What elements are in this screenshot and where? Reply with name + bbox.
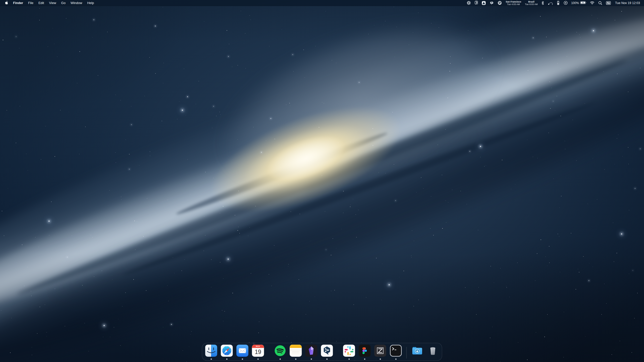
world-clock-brazil[interactable]: Brazil Tue 8:03 AM bbox=[525, 1, 538, 6]
running-indicator bbox=[395, 358, 396, 360]
notes-icon bbox=[290, 345, 302, 357]
dock-group-media bbox=[274, 345, 333, 357]
figma-menu-icon[interactable] bbox=[474, 0, 478, 6]
world-clock-time: Tue 4:03 AM bbox=[507, 3, 520, 6]
dots-network-icon[interactable] bbox=[547, 0, 553, 6]
dock-spotify[interactable] bbox=[274, 345, 286, 357]
control-center-icon[interactable] bbox=[606, 0, 611, 6]
world-clock-city: San Francisco bbox=[506, 1, 521, 3]
bluetooth-icon[interactable] bbox=[541, 0, 545, 6]
starfield bbox=[0, 0, 644, 362]
wifi-icon[interactable] bbox=[589, 0, 595, 6]
spotlight-icon[interactable] bbox=[598, 0, 603, 6]
menu-go[interactable]: Go bbox=[59, 0, 68, 6]
hexagon-share-menu-icon[interactable] bbox=[489, 0, 494, 6]
running-indicator bbox=[226, 358, 227, 360]
dock-zed[interactable] bbox=[374, 345, 386, 357]
starburst-menu-icon[interactable] bbox=[466, 0, 471, 6]
dock-obsidian[interactable] bbox=[305, 345, 317, 357]
apple-icon bbox=[5, 1, 8, 6]
device-battery-icon[interactable] bbox=[556, 0, 560, 6]
battery-indicator[interactable]: 100% bbox=[571, 1, 587, 5]
dock-safari[interactable] bbox=[221, 345, 233, 357]
menu-window[interactable]: Window bbox=[68, 0, 85, 6]
world-clock-time: Tue 8:03 AM bbox=[525, 3, 538, 6]
now-playing-icon[interactable] bbox=[563, 0, 568, 6]
dock-slack[interactable] bbox=[343, 345, 355, 357]
g-circle-menu-icon[interactable] bbox=[497, 0, 502, 6]
dock-hexagon-share-app[interactable] bbox=[321, 345, 333, 357]
menu-view[interactable]: View bbox=[47, 0, 59, 6]
calendar-icon: NOV 19 bbox=[252, 345, 264, 357]
desktop: Finder File Edit View Go Window Help bbox=[0, 0, 644, 362]
running-indicator bbox=[348, 358, 350, 360]
menu-bar: Finder File Edit View Go Window Help bbox=[0, 0, 644, 6]
running-indicator bbox=[279, 358, 281, 360]
wallpaper bbox=[0, 0, 644, 362]
running-indicator bbox=[364, 358, 365, 360]
menu-help[interactable]: Help bbox=[85, 0, 97, 6]
app-menu-finder[interactable]: Finder bbox=[11, 0, 26, 6]
dock-terminal[interactable] bbox=[390, 345, 402, 357]
battery-icon bbox=[580, 1, 587, 5]
running-indicator bbox=[257, 358, 259, 360]
dock-calendar[interactable]: NOV 19 bbox=[252, 345, 264, 357]
dock-finder[interactable] bbox=[205, 345, 217, 357]
dock-group-system: NOV 19 bbox=[205, 345, 264, 357]
dock-mail[interactable] bbox=[236, 345, 249, 357]
running-indicator bbox=[242, 358, 243, 360]
calendar-day: 19 bbox=[252, 348, 264, 357]
dock-downloads[interactable] bbox=[411, 345, 423, 357]
menu-edit[interactable]: Edit bbox=[36, 0, 47, 6]
menu-bar-clock[interactable]: Tue Nov 19 12:03 bbox=[615, 1, 640, 5]
running-indicator bbox=[295, 358, 296, 360]
apple-menu[interactable] bbox=[4, 0, 11, 6]
dock-group-work bbox=[343, 345, 402, 357]
dock-figma[interactable] bbox=[359, 345, 371, 357]
battery-percent: 100% bbox=[571, 1, 579, 5]
dock-divider bbox=[407, 347, 407, 358]
calendar-month: NOV bbox=[252, 345, 264, 348]
running-indicator bbox=[326, 358, 328, 360]
dock-notes[interactable] bbox=[290, 345, 302, 357]
dock: NOV 19 bbox=[202, 343, 442, 361]
running-indicator bbox=[211, 358, 212, 360]
world-clock-city: Brazil bbox=[528, 1, 535, 3]
dock-group-folders bbox=[411, 345, 439, 357]
running-indicator bbox=[311, 358, 312, 360]
running-indicator bbox=[380, 358, 381, 360]
world-clock-san-francisco[interactable]: San Francisco Tue 4:03 AM bbox=[505, 1, 522, 6]
triangle-app-menu-icon[interactable] bbox=[481, 0, 486, 6]
dock-trash[interactable] bbox=[427, 345, 439, 357]
menu-file[interactable]: File bbox=[26, 0, 36, 6]
